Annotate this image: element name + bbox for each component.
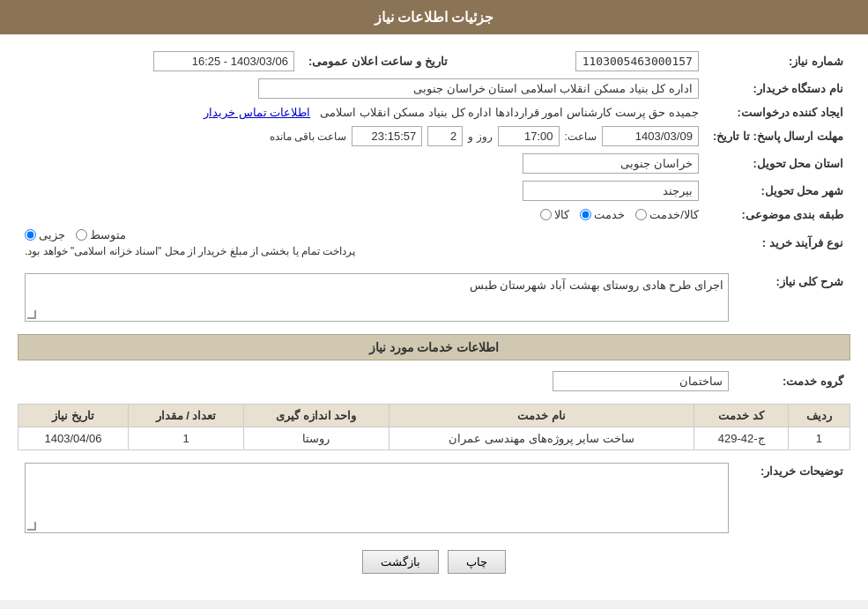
- response-remaining: 23:15:57: [352, 126, 422, 146]
- category-label-khedmat: خدمت: [594, 208, 625, 221]
- purchase-option-jozi[interactable]: جزیی: [25, 228, 65, 241]
- cell-code: ج-42-429: [694, 427, 788, 450]
- col-unit: واحد اندازه گیری: [243, 405, 389, 427]
- city-value: بیرجند: [523, 181, 699, 201]
- province-label: استان محل تحویل:: [706, 150, 850, 177]
- back-button[interactable]: بازگشت: [362, 550, 439, 574]
- description-box[interactable]: اجرای طرح هادی روستای بهشت آباد شهرستان …: [25, 273, 729, 322]
- col-index: ردیف: [788, 405, 849, 427]
- announcement-date-label: تاریخ و ساعت اعلان عمومی:: [301, 48, 455, 75]
- purchase-notice: پرداخت تمام یا بخشی از مبلغ خریدار از مح…: [25, 245, 355, 257]
- description-table: شرح کلی نیاز: اجرای طرح هادی روستای بهشت…: [18, 270, 850, 325]
- service-group-table: گروه خدمت: ساختمان: [18, 368, 850, 395]
- purchase-type-label: نوع فرآیند خرید :: [706, 225, 850, 261]
- row-buyer-desc: توضیحات خریدار:: [18, 459, 850, 537]
- print-button[interactable]: چاپ: [448, 550, 506, 574]
- row-creator: ایجاد کننده درخواست: جمیده حق پرست کارشن…: [18, 102, 850, 123]
- notice-number-label: شماره نیاز:: [706, 48, 850, 75]
- buttons-row: بازگشت چاپ: [18, 550, 850, 574]
- response-remaining-label: ساعت باقی مانده: [270, 130, 347, 143]
- row-notice-number: شماره نیاز: 1103005463000157 تاریخ و ساع…: [18, 48, 850, 75]
- resize-handle: [27, 310, 36, 319]
- page-wrapper: جزئیات اطلاعات نیاز شماره نیاز: 11030054…: [0, 0, 868, 600]
- category-radio-kala-khedmat[interactable]: [635, 209, 647, 220]
- purchase-radio-motavaset[interactable]: [76, 229, 87, 241]
- content-area: شماره نیاز: 1103005463000157 تاریخ و ساع…: [0, 34, 868, 600]
- col-code: کد خدمت: [694, 405, 788, 427]
- description-label: شرح کلی نیاز:: [736, 270, 850, 325]
- response-day-label: روز و: [468, 130, 492, 143]
- col-name: نام خدمت: [389, 405, 694, 427]
- category-option-kala-khedmat[interactable]: کالا/خدمت: [635, 208, 699, 221]
- category-label: طبقه بندی موضوعی:: [706, 204, 850, 225]
- row-description: شرح کلی نیاز: اجرای طرح هادی روستای بهشت…: [18, 270, 850, 325]
- timing-row: 1403/03/09 ساعت: 17:00 روز و 2 23:15:57 …: [25, 126, 699, 146]
- category-option-kala[interactable]: کالا: [540, 208, 569, 221]
- cell-quantity: 1: [129, 427, 244, 450]
- creator-value: جمیده حق پرست کارشناس امور قراردادها ادا…: [320, 106, 699, 119]
- purchase-option-motavaset[interactable]: متوسط: [76, 228, 126, 241]
- buyer-desc-label: توضیحات خریدار:: [736, 459, 850, 537]
- buyer-desc-table: توضیحات خریدار:: [18, 459, 850, 537]
- row-purchase-type: نوع فرآیند خرید : متوسط جزیی: [18, 225, 850, 261]
- page-header: جزئیات اطلاعات نیاز: [0, 0, 868, 34]
- buyer-desc-resize: [27, 522, 36, 531]
- category-label-kala: کالا: [554, 208, 569, 221]
- row-service-group: گروه خدمت: ساختمان: [18, 368, 850, 395]
- response-time-label: ساعت:: [565, 130, 597, 143]
- cell-index: 1: [788, 427, 849, 450]
- services-table: ردیف کد خدمت نام خدمت واحد اندازه گیری ت…: [18, 404, 850, 450]
- table-row: 1ج-42-429ساخت سایر پروژه‌های مهندسی عمرا…: [19, 427, 850, 450]
- creator-contact-link[interactable]: اطلاعات تماس خریدار: [204, 106, 310, 119]
- services-table-header: ردیف کد خدمت نام خدمت واحد اندازه گیری ت…: [19, 405, 850, 427]
- col-quantity: تعداد / مقدار: [129, 405, 244, 427]
- province-value: خراسان جنوبی: [523, 153, 699, 174]
- city-label: شهر محل تحویل:: [706, 177, 850, 204]
- response-deadline-label: مهلت ارسال پاسخ: تا تاریخ:: [706, 123, 850, 150]
- services-section-title: اطلاعات خدمات مورد نیاز: [18, 334, 850, 360]
- description-value: اجرای طرح هادی روستای بهشت آباد شهرستان …: [470, 279, 723, 292]
- response-days: 2: [427, 126, 463, 146]
- cell-date: 1403/04/06: [19, 427, 129, 450]
- category-option-khedmat[interactable]: خدمت: [580, 208, 625, 221]
- row-buyer-org: نام دستگاه خریدار: اداره کل بنیاد مسکن ا…: [18, 75, 850, 102]
- row-category: طبقه بندی موضوعی: کالا/خدمت خدمت کالا: [18, 204, 850, 225]
- notice-number-value: 1103005463000157: [575, 51, 699, 71]
- buyer-desc-box[interactable]: [25, 463, 729, 533]
- category-radio-group: کالا/خدمت خدمت کالا: [540, 208, 699, 221]
- row-response-deadline: مهلت ارسال پاسخ: تا تاریخ: 1403/03/09 سا…: [18, 123, 850, 150]
- response-time: 17:00: [498, 126, 560, 146]
- purchase-label-motavaset: متوسط: [90, 228, 126, 241]
- col-date: تاریخ نیاز: [19, 405, 129, 427]
- info-table: شماره نیاز: 1103005463000157 تاریخ و ساع…: [18, 48, 850, 261]
- announcement-date-value: 1403/03/06 - 16:25: [153, 51, 294, 71]
- buyer-org-label: نام دستگاه خریدار:: [706, 75, 850, 102]
- service-group-label: گروه خدمت:: [736, 368, 850, 395]
- purchase-type-radio-group: متوسط جزیی: [25, 228, 126, 241]
- cell-name: ساخت سایر پروژه‌های مهندسی عمران: [389, 427, 694, 450]
- category-radio-kala[interactable]: [540, 209, 552, 220]
- response-date: 1403/03/09: [602, 126, 699, 146]
- purchase-radio-jozi[interactable]: [25, 229, 36, 241]
- services-header-row: ردیف کد خدمت نام خدمت واحد اندازه گیری ت…: [19, 405, 850, 427]
- services-table-body: 1ج-42-429ساخت سایر پروژه‌های مهندسی عمرا…: [19, 427, 850, 450]
- creator-label: ایجاد کننده درخواست:: [706, 102, 850, 123]
- buyer-org-value: اداره کل بنیاد مسکن انقلاب اسلامی استان …: [258, 78, 699, 99]
- category-label-kala-khedmat: کالا/خدمت: [649, 208, 699, 221]
- service-group-value: ساختمان: [553, 371, 729, 391]
- row-province: استان محل تحویل: خراسان جنوبی: [18, 150, 850, 177]
- cell-unit: روستا: [243, 427, 389, 450]
- purchase-type-container: متوسط جزیی پرداخت تمام یا بخشی از مبلغ خ…: [25, 228, 699, 257]
- row-city: شهر محل تحویل: بیرجند: [18, 177, 850, 204]
- category-radio-khedmat[interactable]: [580, 209, 591, 220]
- page-title: جزئیات اطلاعات نیاز: [375, 10, 494, 25]
- purchase-label-jozi: جزیی: [39, 228, 65, 241]
